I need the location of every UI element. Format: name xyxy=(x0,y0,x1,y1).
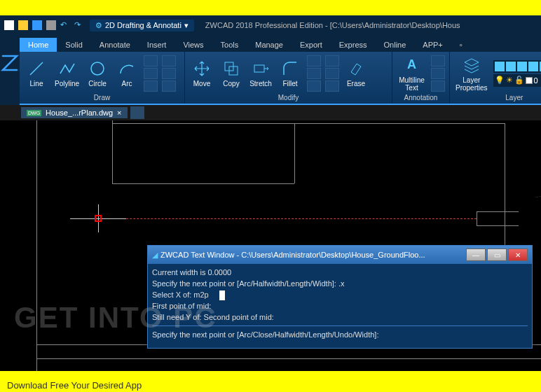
move-button[interactable]: Move xyxy=(188,57,216,89)
tab-tools[interactable]: Tools xyxy=(212,38,247,52)
footer-text: Download Free Your Desired App xyxy=(7,380,142,391)
layer-props-button[interactable]: Layer Properties xyxy=(453,54,491,93)
drawing-line xyxy=(112,120,113,183)
layer-tool-icon[interactable] xyxy=(517,62,527,71)
drawing-dashline xyxy=(77,218,477,219)
drawing-line xyxy=(294,123,295,183)
layer-tool-icon[interactable] xyxy=(495,62,505,71)
layer-name: 0 xyxy=(534,76,538,85)
hatch-icon[interactable] xyxy=(144,80,158,92)
scale-icon[interactable] xyxy=(307,80,321,92)
fillet-icon xyxy=(280,59,300,78)
chevron-down-icon: ▾ xyxy=(184,21,189,30)
close-tab-icon[interactable]: × xyxy=(117,108,121,117)
layer-current-selector[interactable]: 💡 ☀ 🔓 0 xyxy=(493,74,541,87)
layer-tools-row xyxy=(493,60,541,73)
leader-icon[interactable] xyxy=(431,68,445,79)
spline-icon[interactable] xyxy=(162,55,176,66)
save-icon[interactable] xyxy=(32,20,42,30)
ellipse-icon[interactable] xyxy=(144,68,158,79)
mtext-button[interactable]: A Multiline Text xyxy=(395,54,428,93)
add-tab-button[interactable] xyxy=(130,106,144,119)
text-window-titlebar[interactable]: ◢ ZWCAD Text Window - C:\Users\Administr… xyxy=(148,246,532,264)
maximize-button[interactable]: ▭ xyxy=(487,248,507,261)
text-window-title: ZWCAD Text Window - C:\Users\Administrat… xyxy=(160,251,466,259)
tab-annotate[interactable]: Annotate xyxy=(91,38,139,52)
trim-icon[interactable] xyxy=(325,55,339,66)
array-icon[interactable] xyxy=(325,80,339,92)
extend-icon[interactable] xyxy=(325,68,339,79)
tab-app[interactable]: APP+ xyxy=(414,38,451,52)
quick-access-toolbar: ↶ ↷ xyxy=(4,20,84,30)
gear-icon: ⚙ xyxy=(95,21,102,30)
minimize-button[interactable]: — xyxy=(466,248,486,261)
titlebar: ↶ ↷ ⚙ 2D Drafting & Annotati ▾ ZWCAD 201… xyxy=(0,15,541,35)
polyline-button[interactable]: Polyline xyxy=(52,57,82,89)
drawing-line xyxy=(36,358,541,359)
copy-icon xyxy=(221,59,241,78)
drawing-line xyxy=(477,225,519,226)
document-tabs: DWG House_...rPlan.dwg × xyxy=(0,105,541,120)
undo-icon[interactable]: ↶ xyxy=(60,20,70,30)
drawing-line xyxy=(505,123,505,263)
print-icon[interactable] xyxy=(46,20,56,30)
circle-icon xyxy=(88,59,107,78)
circle-button[interactable]: Circle xyxy=(83,57,111,89)
table-icon[interactable] xyxy=(431,80,445,92)
panel-modify: Move Copy Stretch Fillet xyxy=(185,52,392,104)
layer-controls: 💡 ☀ 🔓 0 xyxy=(492,59,541,88)
tab-express[interactable]: Express xyxy=(331,38,376,52)
new-icon[interactable] xyxy=(4,20,14,30)
watermark: GET INTO PC xyxy=(14,301,217,335)
fillet-button[interactable]: Fillet xyxy=(276,57,304,89)
tab-manage[interactable]: Manage xyxy=(247,38,292,52)
stretch-button[interactable]: Stretch xyxy=(247,57,275,89)
sun-icon: ☀ xyxy=(506,76,513,85)
tab-overflow-icon[interactable]: ▫ xyxy=(451,38,471,52)
workspace-selector[interactable]: ⚙ 2D Drafting & Annotati ▾ xyxy=(90,20,194,31)
erase-button[interactable]: Erase xyxy=(342,57,370,89)
move-icon xyxy=(192,59,212,78)
tab-solid[interactable]: Solid xyxy=(57,38,90,52)
region-icon[interactable] xyxy=(162,80,176,92)
app-logo[interactable] xyxy=(0,35,20,91)
redo-icon[interactable]: ↷ xyxy=(74,20,84,30)
close-button[interactable]: ✕ xyxy=(508,248,528,261)
ribbon-tabs: Home Solid Annotate Insert Views Tools M… xyxy=(20,35,541,52)
dim-icon[interactable] xyxy=(431,55,445,66)
draw-small-tools-2 xyxy=(160,54,177,93)
svg-line-0 xyxy=(30,62,43,75)
dwg-icon: DWG xyxy=(27,110,41,116)
lock-icon: 🔓 xyxy=(514,76,524,85)
copy-button[interactable]: Copy xyxy=(217,57,245,89)
point-icon[interactable] xyxy=(162,68,176,79)
mirror-icon[interactable] xyxy=(307,68,321,79)
line-icon xyxy=(27,59,46,78)
cmd-line: Select X of: m2p xyxy=(152,289,528,300)
tab-views[interactable]: Views xyxy=(174,38,212,52)
cmd-line: Current width is 0.0000 xyxy=(152,267,528,278)
arc-button[interactable]: Arc xyxy=(113,57,141,89)
panel-layer: Layer Properties 💡 ☀ xyxy=(450,52,541,104)
tab-online[interactable]: Online xyxy=(376,38,415,52)
layer-tool-icon[interactable] xyxy=(528,62,538,71)
panel-annot-title: Annotation xyxy=(395,93,446,102)
app-icon: ◢ xyxy=(152,251,158,260)
modify-small xyxy=(306,54,322,93)
open-icon[interactable] xyxy=(18,20,28,30)
drawing-line xyxy=(477,211,519,212)
tab-home[interactable]: Home xyxy=(20,38,57,52)
tab-insert[interactable]: Insert xyxy=(139,38,175,52)
layer-tool-icon[interactable] xyxy=(506,62,516,71)
rotate-icon[interactable] xyxy=(307,55,321,66)
rect-icon[interactable] xyxy=(144,55,158,66)
modify-small-2 xyxy=(324,54,341,93)
cmd-line: Specify the next point or [Arc/Halfwidth… xyxy=(152,278,528,289)
svg-rect-4 xyxy=(254,65,264,72)
doc-tab[interactable]: DWG House_...rPlan.dwg × xyxy=(21,107,128,118)
panel-modify-title: Modify xyxy=(188,93,389,102)
line-button[interactable]: Line xyxy=(22,57,50,89)
lightbulb-icon: 💡 xyxy=(495,76,505,85)
tab-export[interactable]: Export xyxy=(292,38,331,52)
arc-icon xyxy=(117,59,137,78)
